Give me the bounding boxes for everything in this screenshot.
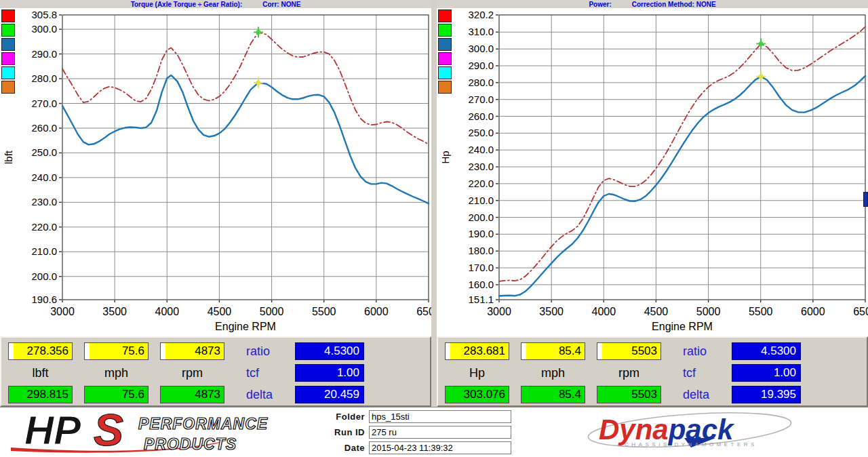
torque-chart-body: 305.8300.0290.0280.0270.0260.0250.0240.0…: [0, 8, 431, 336]
x-axis-label: Engine RPM: [652, 321, 713, 332]
delta-label: delta: [683, 386, 725, 403]
torque-reference-run-curve: [62, 33, 429, 144]
legend-swatch-1: [438, 24, 452, 37]
torque-unit-label: lbft: [8, 364, 73, 382]
torque-readout-panel: 278.356 75.6 4873 lbft mph rpm 298.815 7…: [0, 336, 431, 407]
legend-swatch-0: [1, 9, 15, 22]
plot-border: [62, 15, 429, 300]
y-tick-label: 240.0: [468, 144, 494, 155]
ratio-label: ratio: [683, 342, 725, 360]
torque-peak-value: 298.815: [8, 386, 73, 403]
y-tick-label: 190.6: [31, 294, 57, 305]
hps-logo-performance: PERFORMANCE: [138, 415, 268, 433]
y-tick-label: 220.0: [31, 221, 57, 233]
ratio-value: 4.5300: [295, 342, 364, 360]
torque-chart-correction: Corr: NONE: [262, 1, 300, 8]
y-tick-label: 270.0: [468, 94, 494, 105]
y-tick-label: 240.0: [31, 172, 57, 183]
y-tick-label: 220.0: [468, 178, 494, 189]
delta-label: delta: [246, 386, 288, 403]
x-tick-label: 4500: [644, 306, 669, 317]
power-run-legend: [438, 9, 452, 94]
tcf-value: 1.00: [295, 364, 364, 382]
legend-swatch-4: [1, 66, 15, 79]
y-tick-label: 200.0: [468, 212, 494, 223]
x-tick-label: 5000: [696, 306, 721, 317]
tcf-label: tcf: [683, 364, 725, 382]
dynapack-subtitle: CHASSIS DYNAMOMETERS: [625, 441, 757, 448]
date-input[interactable]: [369, 441, 511, 454]
x-tick-label: 6000: [801, 306, 825, 317]
x-tick-label: 3500: [539, 306, 564, 317]
legend-swatch-0: [438, 9, 452, 22]
y-tick-label: 290.0: [468, 60, 494, 71]
tcf-value: 1.00: [732, 364, 801, 382]
y-tick-label: 305.8: [31, 9, 57, 20]
y-tick-label: 320.2: [468, 9, 494, 20]
torque-chart-panel: Torque (Axle Torque ÷ Gear Ratio): Corr:…: [0, 0, 431, 336]
mph-unit-label: mph: [521, 364, 585, 382]
readout-panel-divider: [431, 336, 437, 407]
dyno-software-screen: Torque (Axle Torque ÷ Gear Ratio): Corr:…: [0, 0, 868, 457]
window-edge-artifact: [863, 192, 868, 207]
y-tick-label: 260.0: [468, 111, 494, 122]
x-tick-label: 4500: [208, 306, 232, 317]
tcf-label: tcf: [246, 364, 288, 382]
dynapack-dyna: Dyna: [599, 414, 669, 445]
torque-peak-rpm: 4873: [160, 386, 224, 403]
legend-swatch-1: [1, 24, 15, 37]
hps-logo-hp: HP: [24, 409, 81, 453]
power-cursor-value: 283.681: [445, 342, 509, 360]
y-axis-label: Hp: [439, 151, 451, 163]
delta-value: 20.459: [295, 386, 364, 403]
ratio-value: 4.5300: [732, 342, 801, 360]
y-tick-label: 310.0: [468, 26, 494, 37]
torque-peak-mph: 75.6: [84, 386, 149, 403]
x-tick-label: 3000: [50, 306, 75, 317]
power-current-run-curve: [499, 76, 865, 296]
y-tick-label: 160.0: [468, 279, 494, 290]
plot-border: [499, 15, 865, 300]
run-info-fields: Folder Run ID Date: [326, 410, 511, 454]
gridlines: [496, 15, 865, 302]
x-axis-label: Engine RPM: [215, 321, 276, 332]
y-tick-label: 190.0: [468, 228, 494, 239]
power-chart-body: 320.2310.0300.0290.0280.0270.0260.0250.0…: [437, 8, 868, 336]
y-tick-label: 210.0: [468, 195, 494, 206]
legend-swatch-5: [438, 81, 452, 94]
torque-chart-title: Torque (Axle Torque ÷ Gear Ratio):: [131, 1, 243, 8]
x-tick-label: 3500: [102, 306, 127, 317]
y-tick-label: 250.0: [468, 127, 494, 138]
legend-swatch-2: [1, 38, 15, 51]
power-peak-value: 303.076: [445, 386, 509, 403]
ratio-label: ratio: [246, 342, 288, 360]
torque-chart-titlebar: Torque (Axle Torque ÷ Gear Ratio): Corr:…: [0, 0, 431, 8]
torque-cursor-rpm: 4873: [160, 342, 224, 360]
mph-unit-label: mph: [84, 364, 149, 382]
hps-logo: HP S PERFORMANCE PRODUCTS: [0, 409, 319, 456]
torque-peak-reference-marker: [254, 26, 263, 37]
y-tick-label: 151.1: [468, 294, 494, 305]
power-chart-correction: Correction Method: NONE: [632, 1, 716, 8]
run-id-input[interactable]: [369, 426, 511, 439]
footer: HP S PERFORMANCE PRODUCTS Folder Run ID …: [0, 407, 868, 457]
x-tick-label: 3000: [487, 306, 511, 317]
power-chart-title: Power:: [589, 1, 611, 8]
torque-cursor-mph: 75.6: [84, 342, 149, 360]
y-tick-label: 300.0: [468, 43, 494, 54]
legend-swatch-4: [438, 66, 452, 79]
x-tick-label: 6500: [416, 306, 431, 317]
torque-run-legend: [1, 9, 15, 94]
delta-value: 19.395: [732, 386, 801, 403]
x-tick-label: 5000: [260, 306, 284, 317]
y-tick-label: 290.0: [31, 48, 57, 60]
legend-swatch-2: [438, 38, 452, 51]
folder-input[interactable]: [369, 410, 511, 423]
y-tick-label: 270.0: [31, 98, 57, 109]
run-id-label: Run ID: [326, 427, 365, 437]
torque-current-run-curve: [62, 75, 429, 203]
y-tick-label: 230.0: [468, 161, 494, 172]
y-tick-label: 260.0: [31, 122, 57, 134]
power-peak-rpm: 5503: [597, 386, 661, 403]
charts-row: Torque (Axle Torque ÷ Gear Ratio): Corr:…: [0, 0, 868, 336]
